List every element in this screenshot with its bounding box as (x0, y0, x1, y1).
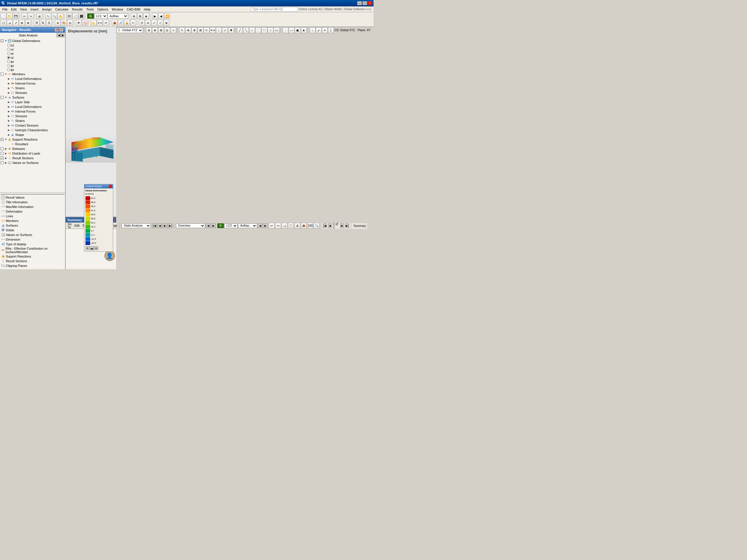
tb2-2[interactable]: ⊿ (7, 20, 12, 26)
summary-nav-prev[interactable]: ◀ (157, 223, 162, 228)
stresses-m-toggle[interactable]: ▶ (7, 91, 10, 95)
tb-save[interactable]: 💾 (13, 13, 19, 19)
dt-load4[interactable]: ⤵ (328, 27, 334, 33)
dt-tool5[interactable]: ≡ (204, 27, 209, 33)
dt-tool7[interactable]: ↕ (216, 27, 222, 33)
tb-front[interactable]: ⬜ (72, 13, 78, 19)
nav-next[interactable]: ▶ (61, 33, 65, 37)
tb2-deform[interactable]: ≋ (55, 20, 61, 26)
summary-analysis-combo[interactable]: Static Analysis (122, 223, 151, 228)
aufbau-combo[interactable]: Aufbau (108, 14, 128, 19)
tree-layer-side[interactable]: ▶ Layer Side (7, 100, 65, 104)
tb2-3[interactable]: ↗ (13, 20, 19, 26)
cp-settings[interactable]: ⚙ (85, 246, 89, 250)
dt-tool9[interactable]: ✚ (228, 27, 234, 33)
menu-tools[interactable]: Tools (84, 7, 96, 12)
isotropic-toggle[interactable]: ▶ (7, 128, 10, 132)
nav-result-values[interactable]: Result Values (1, 195, 65, 200)
tb2-snap[interactable]: 🔗 (118, 20, 124, 26)
tb2-scale[interactable]: ⤢ (151, 20, 157, 26)
tree-global-deformations[interactable]: ✓ ▼ Global Deformations (1, 38, 65, 43)
strains-s-toggle[interactable]: ▶ (7, 119, 10, 123)
dt-snap4[interactable]: ◎ (164, 27, 170, 33)
tb-3d[interactable]: 3D (66, 13, 72, 19)
maximize-button[interactable]: □ (362, 1, 367, 5)
dt-snap3[interactable]: ⊞ (158, 27, 164, 33)
tb2-5[interactable]: ⊗ (25, 20, 31, 26)
summary-nav-last[interactable]: ▶| (168, 223, 173, 228)
tree-local-def-s[interactable]: ▶ Local Deformations (7, 104, 65, 109)
tb2-6[interactable]: R (34, 20, 40, 26)
tb-animate[interactable]: ⏩ (164, 13, 170, 19)
sum-tb2[interactable]: ↪ (275, 223, 281, 229)
tb2-measure[interactable]: 📐 (91, 20, 97, 26)
nav-tab-static[interactable]: Static Analysis (0, 33, 57, 38)
nav-type-display[interactable]: Type of display (1, 242, 65, 246)
tree-dist-loads[interactable]: ▶ Distribution of Loads (1, 151, 65, 156)
nav-support-rxn-b[interactable]: Support Reactions (1, 254, 65, 259)
nav-solids[interactable]: Solids (1, 228, 65, 233)
minimize-button[interactable]: ─ (357, 1, 362, 5)
dt-line4[interactable]: ⌒ (255, 27, 261, 33)
nav-values-surf-b[interactable]: vs Values on Surfaces (1, 233, 65, 237)
tree-uy[interactable]: uy (7, 51, 65, 55)
cp-close-btn[interactable]: × (109, 185, 112, 188)
dt-load2[interactable]: ↙ (316, 27, 321, 33)
tree-support-reactions[interactable]: ✓ ▼ Support Reactions (1, 137, 65, 142)
page-last[interactable]: ▶| (345, 223, 349, 228)
menu-options[interactable]: Options (96, 7, 110, 12)
page-first[interactable]: |◀ (323, 223, 327, 228)
tree-members[interactable]: ▼ Members (1, 72, 65, 76)
tb2-iso[interactable]: ◎ (67, 20, 73, 26)
strains-m-toggle[interactable]: ▶ (7, 86, 10, 90)
nav-lines[interactable]: Lines (1, 214, 65, 218)
sum-tb1[interactable]: ↩ (269, 223, 275, 229)
members-toggle[interactable]: ▼ (4, 72, 7, 76)
dt-snap2[interactable]: ⊗ (152, 27, 158, 33)
cp-expand[interactable]: ⊞ (94, 246, 98, 250)
uz-radio[interactable] (7, 56, 10, 59)
dt-circle[interactable]: ○ (267, 27, 274, 33)
summary-edit[interactable]: Edit (74, 224, 80, 228)
tree-strains-m[interactable]: ▶ Strains (7, 86, 65, 90)
uy-radio[interactable] (7, 52, 10, 55)
tree-stresses-s[interactable]: ▶ Stresses (7, 114, 65, 118)
tree-local-def[interactable]: ▶ Local Deformations (7, 76, 65, 81)
nav-clipping-planes[interactable]: Clipping Planes (1, 263, 65, 268)
tree-strains-s[interactable]: ▶ Strains (7, 118, 65, 123)
releases-toggle[interactable]: ▶ (4, 147, 7, 151)
tree-internal-forces-m[interactable]: ▶ Internal Forces (7, 81, 65, 86)
dt-tool2[interactable]: ⊕ (185, 27, 191, 33)
summary-view-combo[interactable]: Overview (176, 223, 205, 228)
dt-snap1[interactable]: ⊕ (146, 27, 152, 33)
result-sections-toggle[interactable]: ▶ (4, 156, 7, 160)
page-next[interactable]: ▶ (340, 223, 344, 228)
tb-zoom[interactable]: 🔍 (51, 13, 57, 19)
tb2-export[interactable]: 📤 (112, 20, 118, 26)
sum-tb3[interactable]: 📊 (282, 223, 287, 229)
surfaces-toggle[interactable]: ▼ (4, 96, 7, 99)
tb2-move[interactable]: ⊹ (157, 20, 163, 26)
dt-solid2[interactable]: ◈ (301, 27, 307, 33)
search-input[interactable] (251, 7, 298, 12)
dt-rect[interactable]: ▭ (274, 27, 280, 33)
tree-px[interactable]: φx (7, 59, 65, 63)
menu-view[interactable]: View (18, 7, 29, 12)
sum-tb4[interactable]: 📋 (288, 223, 294, 229)
close-button[interactable]: ✕ (368, 1, 372, 5)
tb2-1[interactable]: ⬡ (1, 20, 6, 26)
nav-close[interactable]: × (59, 28, 63, 32)
stresses-s-toggle[interactable]: ▶ (7, 114, 10, 118)
surfaces-checkbox[interactable] (1, 96, 3, 99)
menu-edit[interactable]: Edit (9, 7, 18, 12)
tree-result-sections[interactable]: ✓ ▶ Result Sections (1, 156, 65, 160)
summary-aufbau-combo[interactable]: Aufbau (238, 223, 257, 228)
tb-pan[interactable]: ✋ (57, 13, 63, 19)
tb2-lock[interactable]: 🔒 (124, 20, 130, 26)
menu-cadbim[interactable]: CAD-BIM (125, 7, 142, 12)
summary-goto[interactable]: Go To (67, 222, 72, 229)
tree-contact-stresses[interactable]: ▶ Contact Stresses (7, 123, 65, 128)
tree-int-forces-s[interactable]: ▶ Internal Forces (7, 109, 65, 114)
sum-lc-prev[interactable]: ◀ (258, 223, 262, 228)
tb-result1[interactable]: ▶ (152, 13, 158, 19)
